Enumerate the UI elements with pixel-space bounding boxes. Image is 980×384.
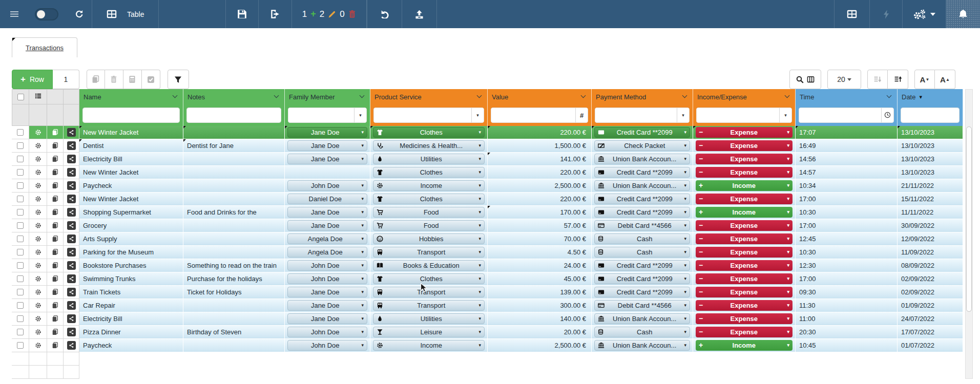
row-edit-cell[interactable] <box>29 326 47 339</box>
cell-family[interactable]: Jane Doe▾ <box>285 286 370 299</box>
income-expense-select[interactable]: −Expense▾ <box>696 327 793 337</box>
product-service-select[interactable]: Transport▾ <box>373 300 485 311</box>
row-share-cell[interactable] <box>64 166 79 179</box>
cell-payment[interactable]: Credit Card **2099▾ <box>592 126 693 139</box>
cell-payment[interactable]: Credit Card **2099▾ <box>592 272 693 286</box>
filter-input-field[interactable] <box>799 108 881 122</box>
cell-notes[interactable] <box>183 179 285 193</box>
payment-method-select[interactable]: Credit Card **2099▾ <box>594 127 690 138</box>
row-duplicate-cell[interactable] <box>47 232 64 246</box>
cell-name[interactable]: Dentist <box>79 139 183 153</box>
cell-value[interactable]: 220.00 € <box>488 166 592 179</box>
row-edit-cell[interactable] <box>29 286 47 299</box>
main-menu-button[interactable] <box>0 0 27 28</box>
payment-method-select[interactable]: Credit Card **2099▾ <box>594 273 690 284</box>
cell-family[interactable]: Jane Doe▾ <box>285 126 370 139</box>
tab-transactions[interactable]: Transactions <box>12 37 77 57</box>
cell-type[interactable]: +Income▾ <box>693 339 796 352</box>
table-row[interactable]: Parking for the MuseumAngela Doe▾Transpo… <box>12 246 963 259</box>
row-checkbox[interactable] <box>17 249 24 255</box>
cell-name[interactable]: Electricity Bill <box>79 153 183 166</box>
cell-notes[interactable]: Something to read on the train <box>183 259 285 272</box>
row-edit-cell[interactable] <box>29 166 47 179</box>
family-member-select[interactable]: Jane Doe▾ <box>287 127 367 138</box>
cell-family[interactable]: Jane Doe▾ <box>285 153 370 166</box>
cell-value[interactable]: 57.00 € <box>488 219 592 232</box>
cell-product[interactable]: Books & Education▾ <box>370 259 488 272</box>
cell-payment[interactable]: Union Bank Accoun...▾ <box>592 153 693 166</box>
cell-family[interactable]: Angela Doe▾ <box>285 246 370 259</box>
cell-date[interactable]: 17/07/2022 <box>898 326 963 339</box>
family-member-select[interactable]: John Doe▾ <box>287 260 367 271</box>
row-count-input[interactable] <box>53 70 79 89</box>
family-member-select[interactable]: John Doe▾ <box>287 273 367 284</box>
cell-time[interactable]: 17:00 <box>796 219 898 232</box>
income-expense-select[interactable]: +Income▾ <box>696 180 793 191</box>
payment-method-select[interactable]: Credit Card **2099▾ <box>594 287 690 297</box>
cell-payment[interactable]: Credit Card **2099▾ <box>592 259 693 272</box>
select-all-button[interactable] <box>142 70 160 89</box>
upload-button[interactable] <box>402 0 437 28</box>
cell-time[interactable]: 17:00 <box>796 193 898 206</box>
income-expense-select[interactable]: −Expense▾ <box>696 233 793 244</box>
cell-type[interactable]: −Expense▾ <box>693 139 796 153</box>
row-edit-cell[interactable] <box>29 232 47 246</box>
cell-notes[interactable] <box>183 219 285 232</box>
table-row[interactable]: PaycheckJohn Doe▾Income▾2,500.00 €Union … <box>12 179 963 193</box>
calculate-button[interactable] <box>123 70 142 89</box>
family-member-select[interactable]: Daniel Doe▾ <box>287 194 367 204</box>
row-duplicate-cell[interactable] <box>47 259 64 272</box>
cell-date[interactable]: 02/09/2022 <box>898 272 963 286</box>
cell-notes[interactable]: Ticket for Holidays <box>183 286 285 299</box>
income-expense-select[interactable]: −Expense▾ <box>696 260 793 271</box>
cell-payment[interactable]: Cash▾ <box>592 232 693 246</box>
cell-value[interactable]: 70.00 € <box>488 232 592 246</box>
cell-name[interactable]: Swimming Trunks <box>79 272 183 286</box>
income-expense-select[interactable]: −Expense▾ <box>696 140 793 151</box>
family-member-select[interactable]: Angela Doe▾ <box>287 247 367 258</box>
filter-input-field[interactable] <box>374 108 471 122</box>
product-service-select[interactable]: Utilities▾ <box>373 313 485 324</box>
cell-payment[interactable]: Credit Card **2099▾ <box>592 286 693 299</box>
cell-family[interactable] <box>285 166 370 179</box>
table-row[interactable]: Car RepairJane Doe▾Transport▾300.00 €Deb… <box>12 299 963 312</box>
product-service-select[interactable]: Leisure▾ <box>373 327 485 337</box>
payment-method-select[interactable]: Union Bank Accoun...▾ <box>594 313 690 324</box>
row-checkbox[interactable] <box>17 142 24 149</box>
cell-notes[interactable] <box>183 339 285 352</box>
cell-product[interactable]: Clothes▾ <box>370 272 488 286</box>
product-service-select[interactable]: Medicines & Health...▾ <box>373 140 485 151</box>
column-header-value[interactable]: Value <box>488 89 592 104</box>
row-checkbox[interactable] <box>17 222 24 229</box>
cell-value[interactable]: 139.00 € <box>488 286 592 299</box>
cell-name[interactable]: Paycheck <box>79 339 183 352</box>
table-row[interactable]: New Winter JacketJane Doe▾Clothes▾220.00… <box>12 126 963 139</box>
column-header-time[interactable]: Time <box>796 89 898 104</box>
cell-payment[interactable]: Union Bank Accoun...▾ <box>592 179 693 193</box>
cell-type[interactable]: −Expense▾ <box>693 153 796 166</box>
cell-name[interactable]: Train Tickets <box>79 286 183 299</box>
cell-notes[interactable] <box>183 232 285 246</box>
income-expense-select[interactable]: −Expense▾ <box>696 273 793 284</box>
row-share-cell[interactable] <box>64 259 79 272</box>
cell-type[interactable]: −Expense▾ <box>693 166 796 179</box>
payment-method-select[interactable]: Credit Card **2099▾ <box>594 167 690 178</box>
cell-date[interactable]: 01/07/2022 <box>898 339 963 352</box>
views-button[interactable] <box>834 0 870 28</box>
cell-type[interactable]: −Expense▾ <box>693 219 796 232</box>
cell-type[interactable]: −Expense▾ <box>693 286 796 299</box>
row-duplicate-cell[interactable] <box>47 126 64 139</box>
filter-button[interactable] <box>168 70 189 89</box>
family-member-select[interactable]: John Doe▾ <box>287 340 367 351</box>
cell-date[interactable]: 01/09/2022 <box>898 299 963 312</box>
cell-product[interactable]: Clothes▾ <box>370 193 488 206</box>
row-edit-cell[interactable] <box>29 139 47 153</box>
cell-date[interactable]: 13/10/2023 <box>898 153 963 166</box>
income-expense-select[interactable]: −Expense▾ <box>696 247 793 258</box>
cell-time[interactable]: 17:00 <box>796 272 898 286</box>
row-checkbox[interactable] <box>17 302 24 309</box>
income-expense-select[interactable]: −Expense▾ <box>696 194 793 204</box>
cell-product[interactable]: Medicines & Health...▾ <box>370 139 488 153</box>
table-row[interactable]: Electricity BillJane Doe▾Utilities▾140.0… <box>12 312 963 326</box>
row-duplicate-cell[interactable] <box>47 219 64 232</box>
